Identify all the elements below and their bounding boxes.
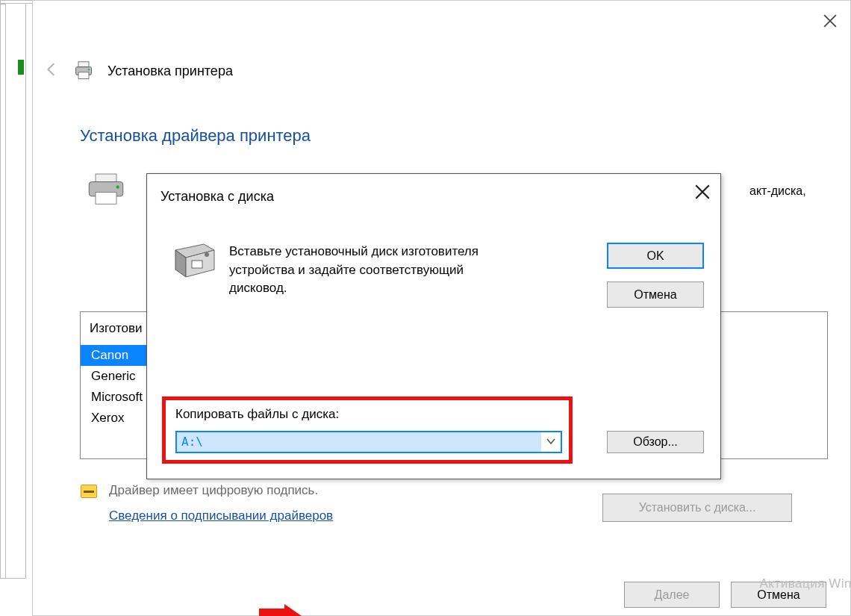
back-arrow-icon[interactable] [43,61,60,81]
windows-activation-watermark: Активация Win [760,576,851,591]
driver-signature-link[interactable]: Сведения о подписывании драйверов [109,508,333,523]
signed-driver-icon [81,485,97,498]
dialog-message: Вставьте установочный диск изготовителя … [229,243,513,298]
close-wizard-button[interactable] [823,14,837,30]
path-combobox[interactable]: A:\ [175,431,562,453]
dialog-ok-button[interactable]: OK [607,243,704,269]
svg-rect-11 [192,261,202,268]
chevron-down-icon[interactable] [541,436,561,449]
close-dialog-button[interactable] [695,184,710,202]
background-devices-icon [18,60,24,75]
wizard-title: Установка принтера [107,63,233,79]
annotation-arrow-icon [259,604,304,616]
floppy-disk-icon [174,243,216,282]
manufacturer-header: Изготови [90,321,143,336]
browse-button[interactable]: Обзор... [607,431,704,453]
wizard-next-button[interactable]: Далее [624,582,720,608]
install-from-disk-button[interactable]: Установить с диска... [602,494,792,522]
svg-point-12 [205,252,209,257]
printer-icon [73,60,94,81]
printer-large-icon [85,172,127,209]
dialog-cancel-button[interactable]: Отмена [607,281,704,308]
svg-rect-0 [78,62,89,67]
svg-marker-13 [259,604,304,616]
copy-files-label: Копировать файлы с диска: [175,407,339,422]
svg-rect-4 [96,174,116,182]
driver-signature-text: Драйвер имеет цифровую подпись. [109,483,318,498]
svg-rect-2 [78,72,89,79]
path-value[interactable]: A:\ [177,432,541,452]
svg-point-3 [88,69,90,70]
install-from-disk-dialog: Установка с диска Вставьте установочный … [146,173,721,479]
svg-point-7 [116,185,119,188]
wizard-heading: Установка драйвера принтера [80,126,311,146]
dialog-title: Установка с диска [160,189,274,205]
svg-rect-6 [96,193,116,205]
instruction-text-tail: акт-диска, [749,184,806,198]
background-window-edge-left2 [0,4,6,579]
